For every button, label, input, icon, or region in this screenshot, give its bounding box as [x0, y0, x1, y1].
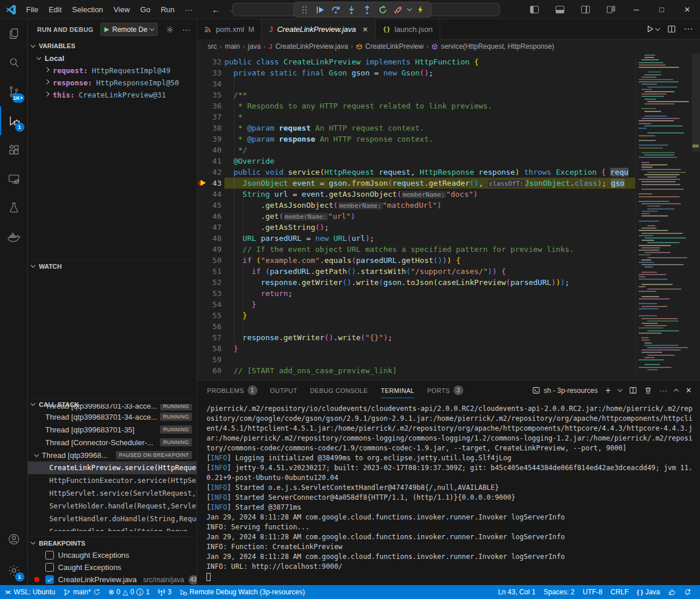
- code-line[interactable]: }: [224, 310, 635, 321]
- line-number[interactable]: 33: [197, 67, 224, 78]
- line-number[interactable]: 50: [197, 255, 224, 266]
- code-line[interactable]: */: [224, 145, 635, 156]
- source-control-icon[interactable]: 1K+: [0, 77, 28, 106]
- run-java-icon[interactable]: [646, 25, 659, 33]
- code-line[interactable]: .getAsJsonObject(memberName:"matchedUrl"…: [224, 200, 635, 211]
- breakpoint-row[interactable]: CreateLinkPreview.javasrc/main/java43: [28, 573, 197, 585]
- kill-terminal-icon[interactable]: [644, 387, 652, 394]
- breakpoint-row[interactable]: Caught Exceptions: [28, 561, 197, 573]
- variable-row[interactable]: this:CreateLinkPreview@31: [28, 89, 197, 101]
- git-branch[interactable]: main*: [59, 585, 104, 599]
- thread-row[interactable]: Thread [Connector-Scheduler-...RUNNING: [28, 436, 197, 449]
- overview-ruler[interactable]: [692, 53, 700, 380]
- tab-ports[interactable]: PORTS 3: [427, 381, 463, 400]
- thread-row[interactable]: Thread [qtp399683701-35]RUNNING: [28, 423, 197, 436]
- line-number[interactable]: 42: [197, 167, 224, 178]
- breakpoints-section-header[interactable]: BREAKPOINTS: [28, 536, 197, 549]
- line-number[interactable]: 49: [197, 244, 224, 255]
- continue-icon[interactable]: [314, 3, 327, 16]
- start-debug-icon[interactable]: ▶: [104, 26, 109, 33]
- more-actions-icon[interactable]: ···: [684, 24, 693, 34]
- close-panel-icon[interactable]: ✕: [686, 386, 692, 395]
- stack-frame[interactable]: ScopedHandler.handle(String,Reque: [28, 525, 197, 531]
- line-number[interactable]: 41: [197, 156, 224, 167]
- code-line[interactable]: [224, 354, 635, 365]
- code-line[interactable]: }: [224, 343, 635, 354]
- code-line[interactable]: .getAsString();: [224, 222, 635, 233]
- disconnect-dropdown-icon[interactable]: [407, 6, 412, 11]
- tab-problems[interactable]: PROBLEMS 1: [207, 381, 257, 400]
- encoding[interactable]: UTF-8: [579, 585, 607, 599]
- close-window-icon[interactable]: ✕: [674, 0, 700, 19]
- language-mode[interactable]: { } Java: [633, 585, 664, 599]
- code-line[interactable]: * @param response An HTTP response conte…: [224, 133, 635, 145]
- breadcrumb-item[interactable]: service(HttpRequest, HttpResponse): [441, 42, 554, 50]
- watch-section-header[interactable]: WATCH: [28, 259, 197, 272]
- code-line[interactable]: }: [224, 299, 635, 310]
- menu-item-run[interactable]: Run: [155, 3, 180, 16]
- step-into-icon[interactable]: [345, 3, 358, 16]
- tab-createlinkpreview-java[interactable]: J CreateLinkPreview.java ✕: [262, 19, 376, 39]
- code-line[interactable]: private static final Gson gson = new Gso…: [224, 67, 635, 78]
- code-line[interactable]: [224, 321, 635, 332]
- code-line[interactable]: return;: [224, 288, 635, 299]
- menu-item-view[interactable]: View: [108, 3, 135, 16]
- line-number[interactable]: 44: [197, 189, 224, 200]
- code-line[interactable]: /**: [224, 89, 635, 100]
- line-number[interactable]: 59: [197, 354, 224, 365]
- debug-settings-gear-icon[interactable]: [166, 26, 174, 34]
- line-number[interactable]: 38: [197, 122, 224, 133]
- eol-sequence[interactable]: CRLF: [607, 585, 633, 599]
- code-line[interactable]: public class CreateLinkPreview implement…: [224, 56, 635, 67]
- docker-icon[interactable]: [0, 222, 28, 251]
- step-out-icon[interactable]: [361, 3, 373, 16]
- breakpoint-row[interactable]: Uncaught Exceptions: [28, 549, 197, 561]
- line-number[interactable]: 45: [197, 200, 224, 211]
- line-number[interactable]: 58: [197, 343, 224, 354]
- code-line[interactable]: .get(memberName:"url"): [224, 211, 635, 222]
- remote-indicator[interactable]: >< WSL: Ubuntu: [1, 585, 59, 599]
- menu-item-edit[interactable]: Edit: [43, 3, 67, 16]
- breakpoint-checkbox[interactable]: [45, 551, 54, 560]
- line-number[interactable]: 54: [197, 299, 224, 310]
- feedback-icon[interactable]: [664, 585, 680, 599]
- paused-breakpoint-icon[interactable]: [198, 179, 207, 187]
- tab-debug-console[interactable]: DEBUG CONSOLE: [310, 381, 368, 400]
- minimap[interactable]: [636, 53, 692, 380]
- code-line[interactable]: public void service(HttpRequest request,…: [224, 167, 635, 178]
- breadcrumb-item[interactable]: CreateLinkPreview: [365, 42, 424, 50]
- scrollbar-slider[interactable]: [692, 53, 700, 152]
- code-line[interactable]: *: [224, 111, 635, 122]
- code-line[interactable]: response.getWriter().write("{}");: [224, 332, 635, 343]
- thread-row[interactable]: Thread [qtp399683701-34-acce...RUNNING: [28, 410, 197, 423]
- code-line[interactable]: // If the event object URL matches a spe…: [224, 244, 635, 255]
- stack-frame[interactable]: HttpFunctionExecutor.service(HttpSer: [28, 474, 197, 487]
- menu-item-file[interactable]: File: [21, 3, 43, 16]
- line-number[interactable]: 51: [197, 266, 224, 277]
- manage-gear-icon[interactable]: 1: [0, 556, 28, 585]
- code-line[interactable]: * Responds to any HTTP request related t…: [224, 100, 635, 111]
- line-number[interactable]: 37: [197, 111, 224, 122]
- line-number[interactable]: 32: [197, 56, 224, 67]
- line-number[interactable]: 34: [197, 78, 224, 89]
- cursor-position[interactable]: Ln 43, Col 1: [494, 585, 540, 599]
- breadcrumb-item[interactable]: CreateLinkPreview.java: [275, 42, 348, 50]
- step-over-icon[interactable]: [329, 3, 342, 16]
- new-terminal-icon[interactable]: +: [605, 385, 611, 396]
- maximize-panel-icon[interactable]: [674, 389, 679, 394]
- code-line[interactable]: String url = event.getAsJsonObject(membe…: [224, 189, 635, 200]
- breadcrumb-item[interactable]: main: [225, 42, 240, 50]
- line-number[interactable]: 57: [197, 332, 224, 343]
- restart-icon[interactable]: [376, 3, 389, 16]
- stack-frame[interactable]: CreateLinkPreview.service(HttpReques: [28, 461, 197, 474]
- hot-code-replace-icon[interactable]: [414, 3, 427, 16]
- variable-row[interactable]: response:HttpResponseImpl@50: [28, 77, 197, 89]
- line-number[interactable]: 60: [197, 365, 224, 376]
- debug-session[interactable]: Remote Debug Watch (3p-resources): [176, 585, 309, 599]
- terminal-dropdown-icon[interactable]: [618, 387, 622, 392]
- code-line[interactable]: URL parsedURL = new URL(url);: [224, 233, 635, 244]
- accounts-icon[interactable]: [0, 525, 28, 554]
- launch-config-select[interactable]: ▶ Remote De: [100, 23, 158, 36]
- code-line[interactable]: [224, 78, 635, 89]
- tab-output[interactable]: OUTPUT: [270, 381, 298, 400]
